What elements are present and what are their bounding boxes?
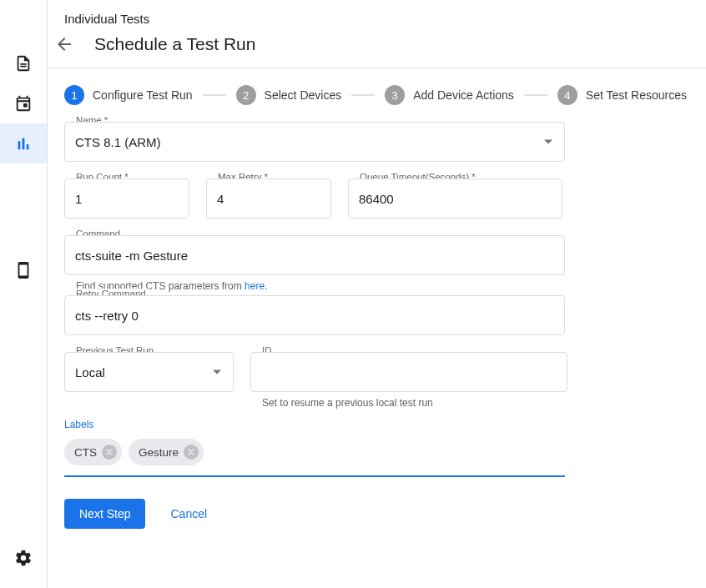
name-value: CTS 8.1 (ARM) bbox=[75, 135, 554, 149]
label-chip: CTS bbox=[64, 439, 122, 465]
name-select[interactable]: CTS 8.1 (ARM) bbox=[64, 122, 565, 162]
queue-timeout-input[interactable] bbox=[348, 178, 562, 219]
step-num-4: 4 bbox=[557, 85, 577, 105]
chevron-down-icon bbox=[213, 370, 221, 374]
chip-remove-icon[interactable] bbox=[184, 445, 199, 460]
command-input[interactable] bbox=[64, 235, 565, 275]
sidenav-schedule-icon[interactable] bbox=[0, 83, 47, 123]
step-label-2: Select Devices bbox=[265, 88, 342, 102]
chip-remove-icon[interactable] bbox=[102, 445, 117, 460]
step-num-1: 1 bbox=[64, 85, 84, 105]
step-label-4: Set Test Resources bbox=[586, 88, 687, 102]
command-hint-link[interactable]: here bbox=[245, 280, 265, 292]
sidenav-settings-icon[interactable] bbox=[0, 538, 47, 578]
id-hint: Set to resume a previous local test run bbox=[250, 397, 567, 409]
page-title: Schedule a Test Run bbox=[94, 34, 255, 54]
step-label-1: Configure Test Run bbox=[93, 88, 193, 102]
next-step-button[interactable]: Next Step bbox=[64, 499, 145, 529]
command-value[interactable] bbox=[75, 249, 554, 263]
previous-run-select[interactable]: Local bbox=[64, 352, 234, 392]
step-resources[interactable]: 4 Set Test Resources bbox=[557, 85, 687, 105]
chip-text: CTS bbox=[74, 446, 97, 459]
stepper: 1 Configure Test Run 2 Select Devices 3 … bbox=[64, 85, 689, 105]
labels-chip-input[interactable]: CTS Gesture bbox=[64, 439, 565, 477]
label-chip: Gesture bbox=[129, 439, 204, 465]
labels-title: Labels bbox=[64, 419, 689, 430]
sidenav-results-icon[interactable] bbox=[0, 123, 47, 163]
retry-command-value[interactable] bbox=[75, 309, 554, 323]
previous-run-value: Local bbox=[75, 365, 223, 379]
run-count-value[interactable] bbox=[75, 192, 179, 206]
max-retry-value[interactable] bbox=[217, 192, 320, 206]
chevron-down-icon bbox=[544, 140, 552, 144]
chip-text: Gesture bbox=[139, 446, 179, 459]
sidenav-devices-icon[interactable] bbox=[0, 250, 47, 290]
step-num-3: 3 bbox=[385, 85, 405, 105]
step-label-3: Add Device Actions bbox=[413, 88, 514, 102]
queue-timeout-value[interactable] bbox=[359, 192, 552, 206]
run-count-input[interactable] bbox=[64, 178, 189, 219]
step-num-2: 2 bbox=[236, 85, 256, 105]
step-devices[interactable]: 2 Select Devices bbox=[236, 85, 342, 105]
id-value[interactable] bbox=[261, 365, 557, 379]
retry-command-input[interactable] bbox=[64, 295, 565, 335]
cancel-button[interactable]: Cancel bbox=[170, 507, 207, 520]
step-actions[interactable]: 3 Add Device Actions bbox=[385, 85, 514, 105]
back-arrow-icon[interactable] bbox=[54, 34, 74, 54]
breadcrumb: Individual Tests bbox=[64, 12, 689, 26]
sidenav-tests-icon[interactable] bbox=[0, 43, 47, 83]
step-configure[interactable]: 1 Configure Test Run bbox=[64, 85, 193, 105]
id-input[interactable] bbox=[250, 352, 567, 392]
max-retry-input[interactable] bbox=[206, 178, 331, 219]
